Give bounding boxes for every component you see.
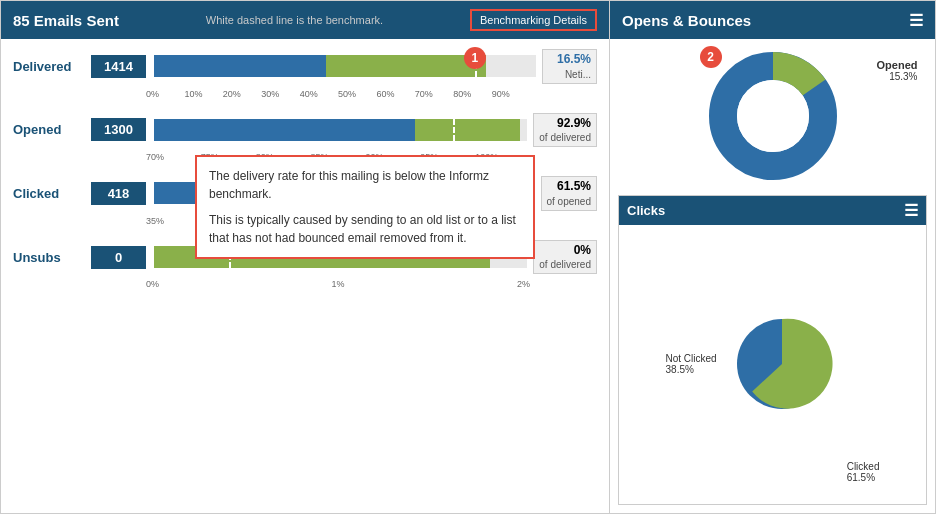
clicked-pie-pct: 61.5% xyxy=(847,472,880,483)
delivered-top: Delivered 1414 1 16.5% Neti... xyxy=(13,49,597,84)
svg-point-2 xyxy=(737,80,809,152)
clicked-of: of opened xyxy=(547,195,592,208)
delivered-bar-dark xyxy=(154,55,326,77)
unsubs-value: 0 xyxy=(91,246,146,269)
unsubs-label: Unsubs xyxy=(13,250,83,265)
opened-bar xyxy=(154,119,527,141)
not-clicked-pct: 38.5% xyxy=(666,364,717,375)
opened-bar-green xyxy=(415,119,520,141)
tooltip-line1: The delivery rate for this mailing is be… xyxy=(209,167,521,203)
opened-percent-badge: 92.9% of delivered xyxy=(533,113,597,148)
opened-donut-pct: 15.3% xyxy=(877,71,918,82)
opens-bounces-title: Opens & Bounces xyxy=(622,12,751,29)
not-clicked-label: Not Clicked xyxy=(666,353,717,364)
clicks-body: Not Clicked 38.5% Click xyxy=(619,225,926,503)
opens-donut-svg xyxy=(708,51,838,181)
opened-label: Opened xyxy=(13,122,83,137)
right-header: Opens & Bounces ☰ xyxy=(610,1,935,39)
delivered-bar-green xyxy=(326,55,486,77)
delivered-label: Delivered xyxy=(13,59,83,74)
opened-bar-dark xyxy=(154,119,415,141)
benchmark-note: White dashed line is the benchmark. xyxy=(131,14,458,26)
clicked-percent-badge: 61.5% of opened xyxy=(541,176,598,211)
delivered-row: Delivered 1414 1 16.5% Neti... xyxy=(13,49,597,99)
left-content: Delivered 1414 1 16.5% Neti... xyxy=(1,39,609,513)
delivered-value: 1414 xyxy=(91,55,146,78)
unsubs-axis: 0% 1% 2% xyxy=(146,279,530,289)
opens-bounces-chart: 2 Opened 15.3% xyxy=(618,47,927,187)
clicked-pie-label: Clicked xyxy=(847,461,880,472)
delivered-bar-section: 1 16.5% Neti... xyxy=(154,49,597,84)
tooltip-box: The delivery rate for this mailing is be… xyxy=(195,155,535,259)
delivered-axis: 0% 10% 20% 30% 40% 50% 60% 70% 80% 90% xyxy=(146,89,530,99)
delivered-bar: 1 xyxy=(154,55,536,77)
opened-donut-label-text: Opened xyxy=(877,59,918,71)
clicks-title: Clicks xyxy=(627,203,665,218)
unsubs-of: of delivered xyxy=(539,258,591,271)
delivered-percent-badge: 16.5% Neti... xyxy=(542,49,597,84)
clicks-menu-icon[interactable]: ☰ xyxy=(904,201,918,220)
opened-of: of delivered xyxy=(539,131,591,144)
not-clicked-group: Not Clicked 38.5% xyxy=(666,353,717,375)
clicked-value: 418 xyxy=(91,182,146,205)
benchmarking-details-button[interactable]: Benchmarking Details xyxy=(470,9,597,31)
left-panel: 85 Emails Sent White dashed line is the … xyxy=(0,0,610,514)
opened-top: Opened 1300 92.9% of delivered xyxy=(13,113,597,148)
emails-sent-title: 85 Emails Sent xyxy=(13,12,119,29)
unsubs-percent-badge: 0% of delivered xyxy=(533,240,597,275)
opened-value: 1300 xyxy=(91,118,146,141)
right-content: 2 Opened 15.3% Clicks ☰ xyxy=(610,39,935,513)
clicks-header: Clicks ☰ xyxy=(619,196,926,225)
opened-donut-label: Opened 15.3% xyxy=(877,59,918,82)
delivered-badge: 1 xyxy=(464,47,486,69)
clicked-pct: 61.5% xyxy=(547,179,592,195)
clicked-group: Clicked 61.5% xyxy=(847,461,880,483)
clicked-label: Clicked xyxy=(13,186,83,201)
opened-pct: 92.9% xyxy=(539,116,591,132)
clicks-section: Clicks ☰ Not Clicked 38.5% xyxy=(618,195,927,505)
right-panel: Opens & Bounces ☰ 2 Opened 15.3% xyxy=(610,0,936,514)
delivered-pct: 16.5% xyxy=(548,52,591,68)
unsubs-pct: 0% xyxy=(539,243,591,259)
opened-bar-section: 92.9% of delivered xyxy=(154,113,597,148)
opens-bounces-menu-icon[interactable]: ☰ xyxy=(909,11,923,30)
not-clicked-labels: Not Clicked 38.5% xyxy=(666,353,717,375)
badge-2: 2 xyxy=(700,46,722,68)
opened-dashed-line xyxy=(453,119,455,141)
delivered-neti: Neti... xyxy=(548,68,591,81)
tooltip-line2: This is typically caused by sending to a… xyxy=(209,211,521,247)
clicked-labels: Clicked 61.5% xyxy=(847,235,880,493)
left-header: 85 Emails Sent White dashed line is the … xyxy=(1,1,609,39)
clicks-pie-svg xyxy=(727,309,837,419)
